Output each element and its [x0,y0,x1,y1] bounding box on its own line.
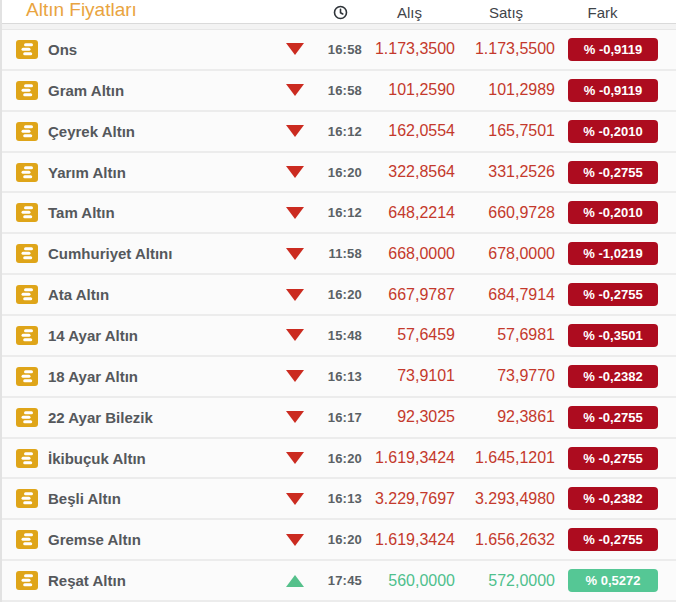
triangle-down-icon [286,248,304,260]
table-row[interactable]: Reşat Altın 17:45 560,0000 572,0000 % 0,… [2,561,676,602]
update-time: 17:45 [318,573,362,588]
instrument-cell: Reşat Altın [2,571,272,590]
gold-coins-icon [16,571,38,590]
change-badge: % -0,2755 [568,406,658,429]
triangle-down-icon [286,370,304,382]
gold-coins-icon [16,163,38,182]
update-time: 15:48 [318,328,362,343]
triangle-down-icon [286,329,304,341]
rows: Ons 16:58 1.173,3500 1.173,5500 % -0,911… [2,30,676,602]
sell-price: 165,7501 [457,122,555,140]
change-badge: % -0,2755 [568,447,658,470]
sell-price: 678,0000 [457,245,555,263]
triangle-down-icon [286,84,304,96]
gold-coins-icon [16,530,38,549]
table-row[interactable]: Gremse Altın 16:20 1.619,3424 1.656,2632… [2,520,676,561]
update-time: 16:20 [318,532,362,547]
table-header: Altın Fiyatları Alış Satış Fark [2,0,676,23]
table-row[interactable]: 18 Ayar Altın 16:13 73,9101 73,9770 % -0… [2,357,676,398]
change-badge: % -0,2010 [568,201,658,224]
change-badge: % -0,2755 [568,161,658,184]
header-sell: Satış [457,4,555,23]
header-time-column [318,5,362,23]
triangle-down-icon [286,534,304,546]
update-time: 16:12 [318,205,362,220]
buy-price: 560,0000 [362,572,457,590]
table-row[interactable]: Beşli Altın 16:13 3.229,7697 3.293,4980 … [2,479,676,520]
update-time: 16:13 [318,369,362,384]
triangle-down-icon [286,125,304,137]
update-time: 16:20 [318,451,362,466]
sell-price: 3.293,4980 [457,490,555,508]
clock-icon [333,5,348,20]
buy-price: 322,8564 [362,163,457,181]
change-badge: % -0,9119 [568,79,658,102]
sell-price: 57,6981 [457,326,555,344]
table-row[interactable]: Ata Altın 16:20 667,9787 684,7914 % -0,2… [2,275,676,316]
buy-price: 1.619,3424 [362,449,457,467]
change-badge: % -1,0219 [568,242,658,265]
change-badge: % -0,3501 [568,324,658,347]
header-diff: Fark [555,4,676,23]
update-time: 16:20 [318,287,362,302]
table-row[interactable]: Tam Altın 16:12 648,2214 660,9728 % -0,2… [2,193,676,234]
table-row[interactable]: 22 Ayar Bilezik 16:17 92,3025 92,3861 % … [2,398,676,439]
header-buy: Alış [362,4,457,23]
gold-coins-icon [16,244,38,263]
change-badge: % -0,9119 [568,38,658,61]
sell-price: 73,9770 [457,367,555,385]
table-row[interactable]: Gram Altın 16:58 101,2590 101,2989 % -0,… [2,71,676,112]
table-row[interactable]: Yarım Altın 16:20 322,8564 331,2526 % -0… [2,153,676,194]
buy-price: 73,9101 [362,367,457,385]
table-row[interactable]: İkibuçuk Altın 16:20 1.619,3424 1.645,12… [2,439,676,480]
instrument-cell: Tam Altın [2,203,272,222]
instrument-cell: 14 Ayar Altın [2,326,272,345]
instrument-cell: Cumhuriyet Altını [2,244,272,263]
triangle-down-icon [286,207,304,219]
change-badge: % -0,2755 [568,283,658,306]
gold-coins-icon [16,449,38,468]
buy-price: 57,6459 [362,326,457,344]
header-separator [2,23,676,30]
instrument-cell: Ons [2,40,272,59]
gold-coins-icon [16,326,38,345]
update-time: 16:58 [318,42,362,57]
triangle-down-icon [286,493,304,505]
change-badge: % -0,2382 [568,487,658,510]
change-badge: % -0,2010 [568,120,658,143]
update-time: 16:58 [318,83,362,98]
buy-price: 92,3025 [362,408,457,426]
update-time: 16:13 [318,491,362,506]
gold-coins-icon [16,367,38,386]
gold-coins-icon [16,122,38,141]
buy-price: 648,2214 [362,204,457,222]
sell-price: 660,9728 [457,204,555,222]
table-row[interactable]: Çeyrek Altın 16:12 162,0554 165,7501 % -… [2,112,676,153]
gold-coins-icon [16,81,38,100]
instrument-cell: Gram Altın [2,81,272,100]
buy-price: 162,0554 [362,122,457,140]
update-time: 16:20 [318,165,362,180]
instrument-cell: 18 Ayar Altın [2,367,272,386]
instrument-cell: İkibuçuk Altın [2,449,272,468]
instrument-cell: 22 Ayar Bilezik [2,408,272,427]
sell-price: 331,2526 [457,163,555,181]
triangle-down-icon [286,452,304,464]
gold-coins-icon [16,40,38,59]
sell-price: 1.656,2632 [457,531,555,549]
gold-prices-widget: Altın Fiyatları Alış Satış Fark [0,0,676,602]
update-time: 16:17 [318,410,362,425]
sell-price: 1.645,1201 [457,449,555,467]
triangle-down-icon [286,411,304,423]
sell-price: 92,3861 [457,408,555,426]
table-row[interactable]: Ons 16:58 1.173,3500 1.173,5500 % -0,911… [2,30,676,71]
table-row[interactable]: Cumhuriyet Altını 11:58 668,0000 678,000… [2,234,676,275]
sell-price: 1.173,5500 [457,40,555,58]
page-title: Altın Fiyatları [2,0,272,23]
buy-price: 667,9787 [362,286,457,304]
instrument-cell: Çeyrek Altın [2,122,272,141]
table-row[interactable]: 14 Ayar Altın 15:48 57,6459 57,6981 % -0… [2,316,676,357]
sell-price: 684,7914 [457,286,555,304]
gold-coins-icon [16,408,38,427]
buy-price: 101,2590 [362,81,457,99]
